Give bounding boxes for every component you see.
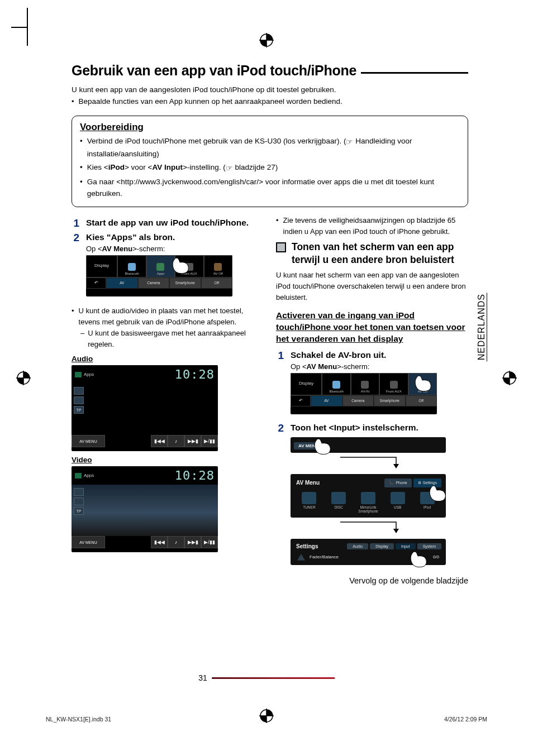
fig-cell-label: Front AUX xyxy=(386,390,402,393)
step-title: Kies "Apps" als bron. xyxy=(86,232,264,243)
fig-tab: Smartphone xyxy=(374,395,406,406)
pointing-finger-icon xyxy=(412,374,435,393)
fig-tab: AV xyxy=(106,277,138,289)
fig-cell-label: AV-IN xyxy=(361,390,369,393)
bullet-icon: • xyxy=(80,135,83,160)
video-label: Video xyxy=(72,456,264,464)
avoff-icon xyxy=(214,263,222,271)
av-menu-button: AV MENU xyxy=(72,536,105,548)
next-icon: ▶▶▮ xyxy=(184,435,201,447)
apps-small-icon xyxy=(75,372,82,377)
crop-mark xyxy=(11,27,27,28)
audio-app-figure: Apps 10:28 TP AV MENU ▮◀◀ ♪ ▶▶▮ ▶ xyxy=(72,365,218,451)
crop-mark xyxy=(27,8,28,46)
av-item-label: iPod xyxy=(423,505,431,509)
fig-cell-label: AV Off xyxy=(213,272,223,275)
fig-tab: Camera xyxy=(342,395,374,406)
fig-clock: 10:28 xyxy=(175,468,215,482)
video-thumbnail xyxy=(72,485,218,536)
side-icon xyxy=(74,387,84,395)
bullet-icon: • xyxy=(80,161,83,175)
av-item-label: DISC xyxy=(334,505,343,509)
avin-icon xyxy=(361,381,369,389)
fig-tab: AV xyxy=(311,395,342,406)
subsection-heading: Activeren van de ingang van iPod touch/i… xyxy=(276,310,468,345)
tp-icon: TP xyxy=(74,507,84,515)
registration-mark-icon xyxy=(259,32,274,48)
phone-tab: 📞Phone xyxy=(384,479,411,487)
disc-icon xyxy=(331,492,346,504)
intro-bullet: Bepaalde functies van een App kunnen op … xyxy=(79,96,342,108)
aux-icon xyxy=(390,381,398,389)
pointing-finger-icon xyxy=(408,550,430,569)
fig-tab: Off xyxy=(406,395,437,406)
step-number: 2 xyxy=(72,232,79,299)
step-title: Schakel de AV-bron uit. xyxy=(291,350,468,361)
registration-mark-icon xyxy=(16,370,31,386)
play-pause-icon: ▶/▮▮ xyxy=(201,536,218,548)
pointing-finger-icon xyxy=(170,256,192,275)
pointing-finger-icon xyxy=(427,484,449,503)
bluetooth-icon xyxy=(332,381,340,389)
fig-source-label: Apps xyxy=(84,372,94,377)
tp-icon: TP xyxy=(74,406,84,414)
fig-cell-label: Bluetooth xyxy=(125,272,139,275)
preparation-box: Voorbereiding • Verbind de iPod touch/iP… xyxy=(72,116,468,207)
settings-tab-system: System xyxy=(417,543,441,549)
side-icon xyxy=(74,396,84,404)
prep-item: Ga naar <http://www3.jvckenwood.com/engl… xyxy=(87,176,460,200)
settings-tab-display: Display xyxy=(370,543,394,549)
step-subtext: Op <AV Menu>-scherm: xyxy=(291,362,468,371)
step-title: Start de app van uw iPod touch/iPhone. xyxy=(86,217,264,229)
note-icon: ♪ xyxy=(168,435,184,447)
fig-source-label: Apps xyxy=(84,473,94,478)
prep-item: Verbind de iPod touch/iPhone met gebruik… xyxy=(87,135,460,160)
section-paragraph: U kunt naar het scherm van een app van d… xyxy=(276,270,468,303)
fig-tab: Smartphone xyxy=(169,277,201,289)
registration-mark-icon xyxy=(502,370,517,386)
prev-icon: ▮◀◀ xyxy=(151,536,168,548)
apps-small-icon xyxy=(75,473,82,479)
step-number: 1 xyxy=(276,350,284,417)
fig-tab: Off xyxy=(201,277,233,289)
bullet-icon: • xyxy=(72,96,74,108)
prev-icon: ▮◀◀ xyxy=(151,435,168,447)
fader-value: 0/0 xyxy=(433,554,439,559)
footer-timestamp: 4/26/12 2:09 PM xyxy=(444,716,487,722)
left-column: 1 Start de app van uw iPod touch/iPhone.… xyxy=(72,215,264,585)
step-number: 1 xyxy=(72,217,79,229)
side-icon xyxy=(74,497,84,505)
step-subtext: Op <AV Menu>-scherm: xyxy=(86,245,264,253)
page-title-text: Gebruik van een app van iPod touch/iPhon… xyxy=(72,63,356,79)
input-settings-figure: AV MENU AV Menu 📞Phone xyxy=(291,434,446,565)
page-number-bar: 31 xyxy=(198,673,335,682)
page-number: 31 xyxy=(198,673,207,682)
fig-display-label: Display xyxy=(299,381,313,386)
video-app-figure: Apps 10:28 TP AV MENU ▮◀◀ ♪ ▶▶▮ xyxy=(72,466,218,552)
next-icon: ▶▶▮ xyxy=(184,536,201,548)
pointing-hand-icon: ☞ xyxy=(346,136,353,149)
fig-display-label: Display xyxy=(94,263,109,268)
note-subtext: U kunt de basisweergave met het aanraakp… xyxy=(88,328,264,350)
bullet-icon: • xyxy=(80,176,83,200)
side-icon xyxy=(74,488,84,496)
flow-arrow-icon xyxy=(291,455,446,471)
av-menu-figure: Display Bluetooth AV-IN Front AUX AV Off… xyxy=(291,371,437,414)
settings-tab-input: Input xyxy=(396,543,416,549)
triangle-up-icon xyxy=(297,554,305,561)
av-item-label: MirrorLink Smartphone xyxy=(355,505,382,513)
mirrorlink-icon xyxy=(361,492,375,504)
settings-title: Settings xyxy=(293,541,321,552)
fig-cell-label: Apps xyxy=(157,272,165,275)
note-text: U kunt de audio/video in plaats van met … xyxy=(79,305,264,328)
settings-tab-audio: Audio xyxy=(347,543,368,549)
av-menu-title: AV Menu xyxy=(293,477,323,488)
bullet-icon: • xyxy=(72,305,74,328)
pointing-finger-icon xyxy=(312,437,334,456)
page-title: Gebruik van een app van iPod touch/iPhon… xyxy=(72,63,468,79)
prep-item: Kies <iPod> voor <AV Input>-instelling. … xyxy=(87,161,278,175)
flow-arrow-icon xyxy=(291,520,446,535)
back-icon: ↶ xyxy=(291,395,311,406)
fig-clock: 10:28 xyxy=(175,367,215,381)
tuner-icon xyxy=(302,492,316,504)
